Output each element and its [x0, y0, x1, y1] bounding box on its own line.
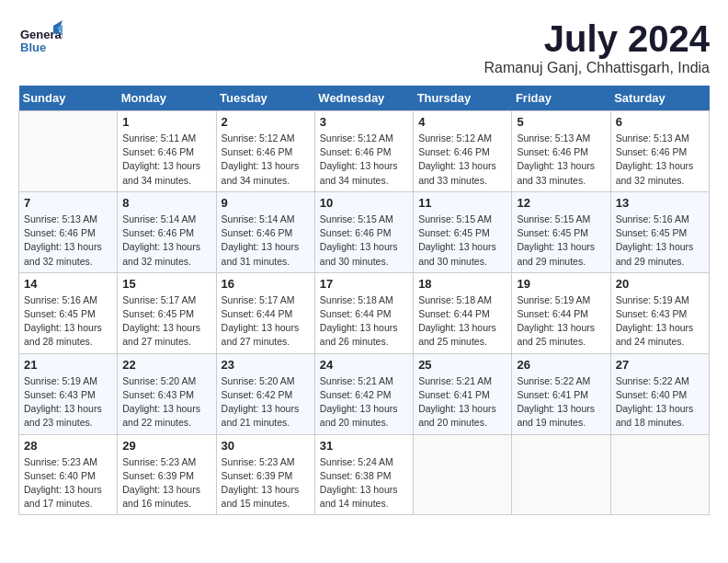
day-number: 13 — [616, 196, 704, 210]
day-info: Sunrise: 5:22 AM Sunset: 6:40 PM Dayligh… — [616, 374, 704, 431]
day-number: 8 — [122, 196, 210, 210]
svg-text:Blue: Blue — [20, 40, 46, 54]
day-cell: 14Sunrise: 5:16 AM Sunset: 6:45 PM Dayli… — [19, 272, 118, 353]
day-cell: 11Sunrise: 5:15 AM Sunset: 6:45 PM Dayli… — [414, 191, 512, 272]
day-number: 5 — [517, 115, 605, 129]
day-number: 3 — [320, 115, 408, 129]
day-info: Sunrise: 5:14 AM Sunset: 6:46 PM Dayligh… — [222, 213, 310, 269]
title-block: July 2024 Ramanuj Ganj, Chhattisgarh, In… — [484, 18, 710, 76]
day-number: 23 — [222, 358, 310, 372]
day-info: Sunrise: 5:16 AM Sunset: 6:45 PM Dayligh… — [616, 213, 704, 269]
day-number: 14 — [24, 277, 112, 291]
day-info: Sunrise: 5:20 AM Sunset: 6:42 PM Dayligh… — [222, 374, 310, 431]
day-info: Sunrise: 5:16 AM Sunset: 6:45 PM Dayligh… — [24, 293, 112, 350]
day-cell: 15Sunrise: 5:17 AM Sunset: 6:45 PM Dayli… — [118, 272, 216, 353]
header-wednesday: Wednesday — [314, 86, 413, 111]
day-info: Sunrise: 5:18 AM Sunset: 6:44 PM Dayligh… — [320, 293, 408, 350]
day-info: Sunrise: 5:13 AM Sunset: 6:46 PM Dayligh… — [616, 132, 704, 188]
day-cell: 13Sunrise: 5:16 AM Sunset: 6:45 PM Dayli… — [610, 191, 709, 272]
day-cell: 9Sunrise: 5:14 AM Sunset: 6:46 PM Daylig… — [216, 191, 314, 272]
day-cell: 22Sunrise: 5:20 AM Sunset: 6:43 PM Dayli… — [118, 353, 216, 434]
day-cell: 7Sunrise: 5:13 AM Sunset: 6:46 PM Daylig… — [19, 191, 118, 272]
header-row: SundayMondayTuesdayWednesdayThursdayFrid… — [19, 86, 710, 111]
header-thursday: Thursday — [414, 86, 512, 111]
location: Ramanuj Ganj, Chhattisgarh, India — [484, 60, 710, 76]
day-cell: 27Sunrise: 5:22 AM Sunset: 6:40 PM Dayli… — [610, 353, 709, 434]
day-cell: 24Sunrise: 5:21 AM Sunset: 6:42 PM Dayli… — [314, 353, 413, 434]
day-number: 29 — [122, 439, 210, 453]
week-row-3: 21Sunrise: 5:19 AM Sunset: 6:43 PM Dayli… — [19, 353, 710, 434]
header-friday: Friday — [512, 86, 610, 111]
day-cell — [610, 434, 709, 515]
page-header: General Blue July 2024 Ramanuj Ganj, Chh… — [18, 18, 710, 76]
day-info: Sunrise: 5:20 AM Sunset: 6:43 PM Dayligh… — [122, 374, 210, 431]
week-row-2: 14Sunrise: 5:16 AM Sunset: 6:45 PM Dayli… — [19, 272, 710, 353]
day-cell: 2Sunrise: 5:12 AM Sunset: 6:46 PM Daylig… — [216, 111, 314, 192]
day-info: Sunrise: 5:12 AM Sunset: 6:46 PM Dayligh… — [320, 132, 408, 188]
day-cell: 28Sunrise: 5:23 AM Sunset: 6:40 PM Dayli… — [19, 434, 118, 515]
header-saturday: Saturday — [610, 86, 709, 111]
day-number: 1 — [122, 115, 210, 129]
day-info: Sunrise: 5:23 AM Sunset: 6:39 PM Dayligh… — [122, 455, 210, 511]
week-row-1: 7Sunrise: 5:13 AM Sunset: 6:46 PM Daylig… — [19, 191, 710, 272]
day-cell: 29Sunrise: 5:23 AM Sunset: 6:39 PM Dayli… — [118, 434, 216, 515]
day-number: 19 — [517, 277, 605, 291]
day-info: Sunrise: 5:19 AM Sunset: 6:43 PM Dayligh… — [616, 293, 704, 350]
day-number: 27 — [616, 358, 704, 372]
day-info: Sunrise: 5:13 AM Sunset: 6:46 PM Dayligh… — [24, 213, 112, 269]
day-cell: 30Sunrise: 5:23 AM Sunset: 6:39 PM Dayli… — [216, 434, 314, 515]
day-cell: 3Sunrise: 5:12 AM Sunset: 6:46 PM Daylig… — [314, 111, 413, 192]
day-number: 9 — [222, 196, 310, 210]
day-info: Sunrise: 5:19 AM Sunset: 6:43 PM Dayligh… — [24, 374, 112, 431]
logo: General Blue — [18, 18, 63, 66]
day-number: 22 — [122, 358, 210, 372]
day-cell: 5Sunrise: 5:13 AM Sunset: 6:46 PM Daylig… — [512, 111, 610, 192]
day-cell — [414, 434, 512, 515]
day-cell: 8Sunrise: 5:14 AM Sunset: 6:46 PM Daylig… — [118, 191, 216, 272]
week-row-4: 28Sunrise: 5:23 AM Sunset: 6:40 PM Dayli… — [19, 434, 710, 515]
day-number: 15 — [122, 277, 210, 291]
day-cell: 21Sunrise: 5:19 AM Sunset: 6:43 PM Dayli… — [19, 353, 118, 434]
day-info: Sunrise: 5:15 AM Sunset: 6:45 PM Dayligh… — [517, 213, 605, 269]
day-info: Sunrise: 5:11 AM Sunset: 6:46 PM Dayligh… — [122, 132, 210, 188]
month-title: July 2024 — [484, 18, 710, 60]
day-cell: 12Sunrise: 5:15 AM Sunset: 6:45 PM Dayli… — [512, 191, 610, 272]
day-cell: 1Sunrise: 5:11 AM Sunset: 6:46 PM Daylig… — [118, 111, 216, 192]
calendar-table: SundayMondayTuesdayWednesdayThursdayFrid… — [18, 86, 710, 515]
day-number: 4 — [418, 115, 506, 129]
day-cell: 23Sunrise: 5:20 AM Sunset: 6:42 PM Dayli… — [216, 353, 314, 434]
day-cell: 16Sunrise: 5:17 AM Sunset: 6:44 PM Dayli… — [216, 272, 314, 353]
day-number: 16 — [222, 277, 310, 291]
week-row-0: 1Sunrise: 5:11 AM Sunset: 6:46 PM Daylig… — [19, 111, 710, 192]
day-cell: 26Sunrise: 5:22 AM Sunset: 6:41 PM Dayli… — [512, 353, 610, 434]
day-number: 26 — [517, 358, 605, 372]
day-number: 6 — [616, 115, 704, 129]
day-cell: 20Sunrise: 5:19 AM Sunset: 6:43 PM Dayli… — [610, 272, 709, 353]
day-info: Sunrise: 5:13 AM Sunset: 6:46 PM Dayligh… — [517, 132, 605, 188]
day-info: Sunrise: 5:19 AM Sunset: 6:44 PM Dayligh… — [517, 293, 605, 350]
day-cell: 4Sunrise: 5:12 AM Sunset: 6:46 PM Daylig… — [414, 111, 512, 192]
day-number: 20 — [616, 277, 704, 291]
day-number: 12 — [517, 196, 605, 210]
logo-icon: General Blue — [18, 18, 63, 63]
day-info: Sunrise: 5:18 AM Sunset: 6:44 PM Dayligh… — [418, 293, 506, 350]
day-number: 30 — [222, 439, 310, 453]
day-cell: 6Sunrise: 5:13 AM Sunset: 6:46 PM Daylig… — [610, 111, 709, 192]
day-info: Sunrise: 5:15 AM Sunset: 6:46 PM Dayligh… — [320, 213, 408, 269]
day-number: 17 — [320, 277, 408, 291]
day-info: Sunrise: 5:14 AM Sunset: 6:46 PM Dayligh… — [122, 213, 210, 269]
day-cell: 19Sunrise: 5:19 AM Sunset: 6:44 PM Dayli… — [512, 272, 610, 353]
header-tuesday: Tuesday — [216, 86, 314, 111]
day-number: 24 — [320, 358, 408, 372]
header-sunday: Sunday — [19, 86, 118, 111]
day-info: Sunrise: 5:21 AM Sunset: 6:42 PM Dayligh… — [320, 374, 408, 431]
header-monday: Monday — [118, 86, 216, 111]
day-cell — [19, 111, 118, 192]
day-info: Sunrise: 5:17 AM Sunset: 6:45 PM Dayligh… — [122, 293, 210, 350]
day-info: Sunrise: 5:23 AM Sunset: 6:39 PM Dayligh… — [222, 455, 310, 511]
day-number: 18 — [418, 277, 506, 291]
day-number: 11 — [418, 196, 506, 210]
day-info: Sunrise: 5:12 AM Sunset: 6:46 PM Dayligh… — [418, 132, 506, 188]
day-info: Sunrise: 5:17 AM Sunset: 6:44 PM Dayligh… — [222, 293, 310, 350]
day-number: 28 — [24, 439, 112, 453]
